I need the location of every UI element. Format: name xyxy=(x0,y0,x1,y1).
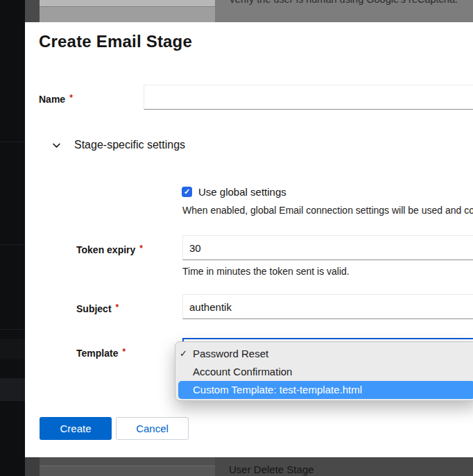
backdrop-top: Verify the user is human using Google's … xyxy=(25,0,473,22)
name-label: Name* xyxy=(39,94,73,105)
token-expiry-input[interactable] xyxy=(182,235,473,260)
dropdown-option-label: Custom Template: test-template.html xyxy=(193,384,362,396)
use-global-settings-label: Use global settings xyxy=(198,186,286,198)
app-screen: Verify the user is human using Google's … xyxy=(0,0,473,476)
create-email-stage-modal: Create Email Stage Name* Stage-specific … xyxy=(25,22,473,457)
use-global-settings-checkbox[interactable]: ✓ xyxy=(182,187,192,197)
backdrop-table-gutter xyxy=(25,0,40,22)
token-expiry-label-text: Token expiry xyxy=(76,244,135,255)
selected-option-check-icon: ✓ xyxy=(180,345,187,363)
cancel-button[interactable]: Cancel xyxy=(116,417,189,440)
name-label-text: Name xyxy=(39,94,65,105)
stage-settings-group-toggle[interactable]: Stage-specific settings xyxy=(52,139,185,151)
required-asterisk: * xyxy=(69,93,73,103)
create-button[interactable]: Create xyxy=(40,417,112,440)
required-asterisk: * xyxy=(122,347,126,357)
required-asterisk: * xyxy=(139,244,143,253)
use-global-settings-help: When enabled, global Email connection se… xyxy=(182,205,473,216)
template-dropdown-popup: ✓ Password Reset Account Confirmation Cu… xyxy=(175,341,473,401)
sidebar-divider xyxy=(0,142,25,142)
dropdown-option-account-confirmation[interactable]: Account Confirmation xyxy=(178,363,473,381)
modal-title: Create Email Stage xyxy=(39,32,192,51)
chevron-down-icon xyxy=(52,141,61,150)
token-expiry-label: Token expiry* xyxy=(76,244,143,255)
dropdown-option-label: Password Reset xyxy=(193,348,268,359)
use-global-settings-row[interactable]: ✓ Use global settings xyxy=(182,186,286,198)
backdrop-stage-description: Verify the user is human using Google's … xyxy=(229,0,473,5)
subject-input[interactable] xyxy=(182,294,473,319)
dropdown-option-password-reset[interactable]: ✓ Password Reset xyxy=(178,345,473,363)
backdrop-bottom: User Delete Stage xyxy=(25,457,473,476)
subject-label-text: Subject xyxy=(76,303,112,314)
template-label: Template* xyxy=(76,348,126,359)
sidebar-divider xyxy=(0,329,25,330)
subject-label: Subject* xyxy=(76,303,119,314)
token-expiry-help: Time in minutes the token sent is valid. xyxy=(182,266,473,277)
dropdown-option-label: Account Confirmation xyxy=(193,366,292,377)
backdrop-table-gutter-bottom xyxy=(25,457,40,476)
template-label-text: Template xyxy=(76,348,118,359)
backdrop-stage-name: User Delete Stage xyxy=(229,464,473,475)
checkmark-icon: ✓ xyxy=(184,187,190,196)
stage-settings-group-label: Stage-specific settings xyxy=(74,139,185,151)
name-input[interactable] xyxy=(144,85,473,110)
backdrop-table-cell-bottom xyxy=(40,457,215,476)
backdrop-table-cell xyxy=(40,0,215,22)
required-asterisk: * xyxy=(116,303,119,312)
sidebar-item-dimmed xyxy=(0,378,25,401)
dropdown-option-custom-template[interactable]: Custom Template: test-template.html xyxy=(178,381,473,399)
sidebar-item-dimmed xyxy=(0,339,25,359)
app-sidebar xyxy=(0,0,25,476)
sidebar-divider xyxy=(0,244,25,245)
